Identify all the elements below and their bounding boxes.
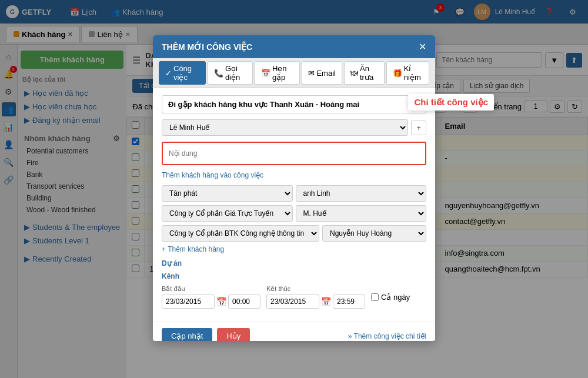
modal-overlay: THÊM MỚI CÔNG VIỆC ✕ ✓ Công việc 📞 Gọi đ… <box>0 0 588 378</box>
start-time-input[interactable] <box>228 295 260 309</box>
channel-label: Kênh <box>162 272 426 280</box>
modal-tab-lunch[interactable]: 🍽 Ăn trưa <box>344 61 385 85</box>
add-task-modal: THÊM MỚI CÔNG VIỆC ✕ ✓ Công việc 📞 Gọi đ… <box>153 35 435 341</box>
project-row: Dự án <box>162 259 426 267</box>
detail-link[interactable]: » Thêm công việc chi tiết <box>348 332 426 340</box>
anniversary-tab-icon: 🎁 <box>393 69 402 78</box>
end-date-group: Kết thúc 📅 <box>266 285 365 309</box>
modal-footer: Cập nhật Hủy » Thêm công việc chi tiết <box>153 322 435 341</box>
end-cal-icon[interactable]: 📅 <box>321 297 331 306</box>
company-select-2[interactable]: Công ty Cổ phần BTK Công nghệ thông tin <box>162 225 319 242</box>
task-tab-icon: ✓ <box>165 69 172 78</box>
assignee-row: Lê Minh Huế + <box>162 119 426 136</box>
date-row: Bắt đầu 📅 Kết thúc 📅 <box>162 285 426 309</box>
add-assignee-button[interactable]: + <box>411 121 426 135</box>
channel-row: Kênh <box>162 272 426 280</box>
add-customer-link[interactable]: Thêm khách hàng vào công việc <box>162 171 426 179</box>
end-label: Kết thúc <box>266 285 365 293</box>
lunch-tab-icon: 🍽 <box>350 69 358 78</box>
start-label: Bắt đầu <box>162 285 260 293</box>
all-day-checkbox[interactable] <box>371 293 379 301</box>
modal-body: Lê Minh Huế + Thêm khách hàng vào công v… <box>153 88 435 322</box>
start-date-input[interactable] <box>162 295 215 309</box>
end-time-input[interactable] <box>333 295 365 309</box>
end-date-input[interactable] <box>266 295 319 309</box>
modal-tab-anniversary[interactable]: 🎁 Kỉ niệm <box>386 61 429 85</box>
modal-tabs: ✓ Công việc 📞 Gọi điện 📅 Hẹn gặp ✉ Email… <box>153 58 435 88</box>
cancel-button[interactable]: Hủy <box>217 328 250 341</box>
content-input[interactable] <box>162 142 426 165</box>
company-select-1[interactable]: Công ty Cổ phần Giá Trực Tuyến <box>162 205 293 222</box>
modal-close-button[interactable]: ✕ <box>419 41 426 52</box>
project-label: Dự án <box>162 259 426 267</box>
start-date-group: Bắt đầu 📅 <box>162 285 260 309</box>
modal-tab-task[interactable]: ✓ Công việc <box>159 61 206 85</box>
modal-header: THÊM MỚI CÔNG VIỆC ✕ <box>153 35 435 58</box>
modal-title: THÊM MỚI CÔNG VIỆC <box>162 42 252 52</box>
meet-tab-icon: 📅 <box>261 69 270 78</box>
person-select-2[interactable]: Nguyễn Huy Hoàng <box>322 225 426 242</box>
person-select-0[interactable]: anh Linh <box>296 185 427 202</box>
task-title-input[interactable] <box>162 95 426 113</box>
customer-row-1: Công ty Cổ phần Giá Trực Tuyến M. Huế <box>162 205 426 222</box>
call-tab-icon: 📞 <box>214 69 223 78</box>
modal-tab-email[interactable]: ✉ Email <box>302 61 342 85</box>
chi-tiet-label: Chi tiết công việc <box>414 97 488 107</box>
modal-tab-meet[interactable]: 📅 Hẹn gặp <box>255 61 300 85</box>
update-button[interactable]: Cập nhật <box>162 328 212 341</box>
person-select-1[interactable]: M. Huế <box>296 205 427 222</box>
assignee-select[interactable]: Lê Minh Huế <box>162 119 408 136</box>
start-cal-icon[interactable]: 📅 <box>216 297 226 306</box>
start-date-wrap: 📅 <box>162 295 260 309</box>
add-more-customers-link[interactable]: + Thêm khách hàng <box>162 245 426 253</box>
company-select-0[interactable]: Tân phát <box>162 185 293 202</box>
end-date-wrap: 📅 <box>266 295 365 309</box>
customer-row-0: Tân phát anh Linh <box>162 185 426 202</box>
chi-tiet-panel: Chi tiết công việc <box>408 94 494 111</box>
all-day-label: Cả ngày <box>371 293 410 302</box>
modal-tab-call[interactable]: 📞 Gọi điện <box>208 61 253 85</box>
email-tab-icon: ✉ <box>308 69 315 78</box>
customer-row-2: Công ty Cổ phần BTK Công nghệ thông tin … <box>162 225 426 242</box>
